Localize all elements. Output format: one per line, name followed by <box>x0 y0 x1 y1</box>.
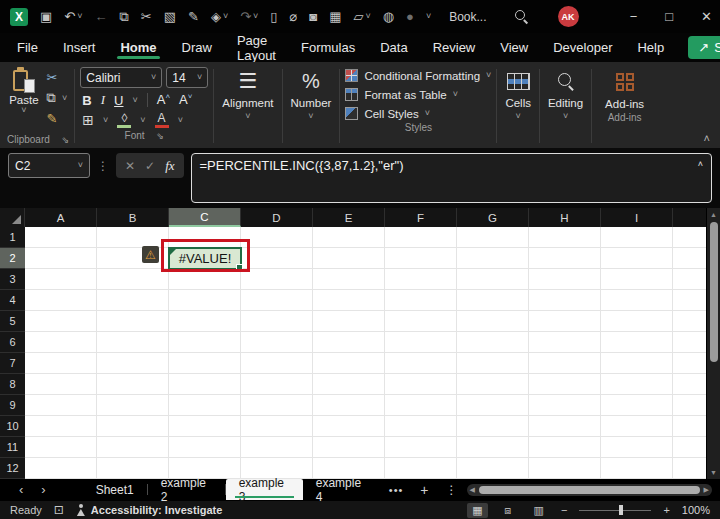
borders-chevron-icon[interactable]: ˅ <box>103 116 108 125</box>
macro-record-icon[interactable]: ⊡ <box>54 503 64 517</box>
new-sheet-button[interactable]: + <box>412 482 436 498</box>
picture-icon[interactable]: ▧ <box>164 10 176 23</box>
format-painter-button[interactable]: ✎ <box>47 111 68 126</box>
scroll-right-icon[interactable]: ▶ <box>704 486 709 493</box>
clipboard-dialog-launcher-icon[interactable]: ⇘ <box>62 135 70 145</box>
column-header-i[interactable]: I <box>601 208 673 227</box>
new-file-icon[interactable]: ▯ <box>270 10 277 23</box>
error-trace-button[interactable]: ⚠ <box>142 246 159 263</box>
format-as-table-button[interactable]: Format as Table ˅ <box>345 88 491 101</box>
tab-review[interactable]: Review <box>432 35 477 60</box>
zoom-slider[interactable] <box>579 505 651 515</box>
horizontal-scrollbar-thumb[interactable] <box>479 486 700 494</box>
column-header-d[interactable]: D <box>241 208 313 227</box>
underline-chevron-icon[interactable]: ˅ <box>132 96 137 105</box>
sheet-tab-example-2[interactable]: example 2 <box>148 479 225 500</box>
tab-draw[interactable]: Draw <box>181 35 213 60</box>
font-color-button[interactable]: A <box>155 112 169 128</box>
underline-button[interactable]: U <box>114 93 123 108</box>
font-color-chevron-icon[interactable]: ˅ <box>178 116 183 125</box>
enter-entry-icon[interactable]: ✓ <box>145 159 155 173</box>
tab-file[interactable]: File <box>16 35 39 60</box>
undo-chevron-icon[interactable]: ˅ <box>77 12 82 21</box>
redo-chevron-icon[interactable]: ˅ <box>253 12 258 21</box>
redo-icon[interactable]: ↷˅ <box>240 10 258 23</box>
fill-color-chevron-icon[interactable]: ˅ <box>140 116 145 125</box>
more-sheets-icon[interactable]: ••• <box>380 484 413 496</box>
document-edit-icon[interactable]: ▱˅ <box>353 10 370 23</box>
row-header-6[interactable]: 6 <box>0 332 25 353</box>
cut-button[interactable]: ✂ <box>47 70 68 85</box>
number-group-button[interactable]: % Number ˅ <box>283 64 340 148</box>
tab-help[interactable]: Help <box>636 35 665 60</box>
row-header-5[interactable]: 5 <box>0 311 25 332</box>
sheet-tab-example-4[interactable]: example 4 <box>303 479 380 500</box>
page-break-view-button[interactable]: ▥ <box>529 503 549 518</box>
fill-color-button[interactable]: ◊ <box>117 112 131 128</box>
draw-icon[interactable]: ✎ <box>188 10 199 23</box>
qat-overflow-chevron-icon[interactable]: ˅ <box>426 12 431 21</box>
tab-view[interactable]: View <box>499 35 529 60</box>
alignment-group-button[interactable]: ☰ Alignment ˅ <box>214 64 281 148</box>
back-icon[interactable]: ← <box>94 10 107 23</box>
zoom-out-button[interactable]: − <box>561 504 567 516</box>
copy-chevron-icon[interactable]: ˅ <box>62 94 67 103</box>
normal-view-button[interactable]: ▦ <box>467 503 487 518</box>
zoom-percentage[interactable]: 100% <box>682 504 710 516</box>
pointer-chevron-icon[interactable]: ˅ <box>223 12 228 21</box>
paste-chevron-icon[interactable]: ˅ <box>21 106 26 115</box>
select-all-button[interactable] <box>0 208 25 227</box>
horizontal-scrollbar[interactable]: ◀ ▶ <box>467 484 712 496</box>
share-button[interactable]: ↗ Share ˅ <box>688 36 720 59</box>
formula-bar-collapse-icon[interactable]: ˄ <box>698 160 703 169</box>
sheet-options-icon[interactable]: ⋮ <box>437 483 467 497</box>
name-box-splitter-icon[interactable]: ⋮ <box>97 159 109 173</box>
cells-group-button[interactable]: Cells ˅ <box>497 64 539 148</box>
row-header-4[interactable]: 4 <box>0 290 25 311</box>
page-layout-view-button[interactable]: ⧈ <box>500 503 517 518</box>
row-header-8[interactable]: 8 <box>0 374 25 395</box>
lock-search-icon[interactable]: ◍ <box>383 10 394 23</box>
formula-input[interactable]: =PERCENTILE.INC({3,87,1.2},"er") ˄ <box>191 153 712 203</box>
borders-button[interactable]: ⊞ <box>82 112 94 128</box>
cell-styles-button[interactable]: Cell Styles ˅ <box>345 107 491 120</box>
insert-function-icon[interactable]: fx <box>165 158 174 174</box>
tab-data[interactable]: Data <box>379 35 408 60</box>
scroll-down-icon[interactable]: ▼ <box>710 469 717 476</box>
minimize-button[interactable]: − <box>630 9 638 24</box>
accessibility-status[interactable]: Accessibility: Investigate <box>76 504 222 516</box>
save-icon[interactable]: ▣ <box>40 10 52 23</box>
scroll-left-icon[interactable]: ◀ <box>470 486 475 493</box>
name-box[interactable]: C2 ˅ <box>8 153 90 178</box>
close-button[interactable]: ✕ <box>701 9 712 24</box>
tab-developer[interactable]: Developer <box>552 35 613 60</box>
cancel-entry-icon[interactable]: ✕ <box>125 159 135 173</box>
column-header-e[interactable]: E <box>313 208 385 227</box>
cut-icon[interactable]: ✂ <box>141 10 152 23</box>
cells-area[interactable]: ⚠ #VALUE! <box>25 227 706 479</box>
sheet-nav-left-icon[interactable]: ‹ <box>10 483 32 496</box>
font-name-select[interactable]: Calibri ˅ <box>80 67 162 88</box>
search-icon[interactable] <box>515 10 528 23</box>
row-header-3[interactable]: 3 <box>0 269 25 290</box>
maximize-button[interactable]: □ <box>665 9 673 24</box>
column-header-g[interactable]: G <box>457 208 529 227</box>
row-header-12[interactable]: 12 <box>0 458 25 479</box>
copy-button[interactable]: ⧉ <box>47 90 56 106</box>
sheet-tab-example-3[interactable]: example 3 <box>226 479 303 500</box>
paste-button[interactable]: Paste ˅ <box>9 67 38 115</box>
font-size-select[interactable]: 14 ˅ <box>166 67 208 88</box>
tab-home[interactable]: Home <box>119 35 157 60</box>
conditional-formatting-button[interactable]: Conditional Formatting ˅ <box>345 69 491 82</box>
increase-font-button[interactable]: A˄ <box>157 92 170 107</box>
row-header-10[interactable]: 10 <box>0 416 25 437</box>
scroll-up-icon[interactable]: ▲ <box>710 211 717 218</box>
zoom-in-button[interactable]: + <box>663 504 669 516</box>
account-avatar[interactable]: AK <box>558 6 579 27</box>
document-edit-chevron-icon[interactable]: ˅ <box>365 12 370 21</box>
addins-button[interactable]: Add-ins <box>597 67 652 110</box>
vertical-scrollbar-thumb[interactable] <box>710 222 718 362</box>
copy-icon[interactable]: ⧉ <box>119 10 128 23</box>
column-header-b[interactable]: B <box>97 208 169 227</box>
italic-button[interactable]: I <box>101 92 105 108</box>
